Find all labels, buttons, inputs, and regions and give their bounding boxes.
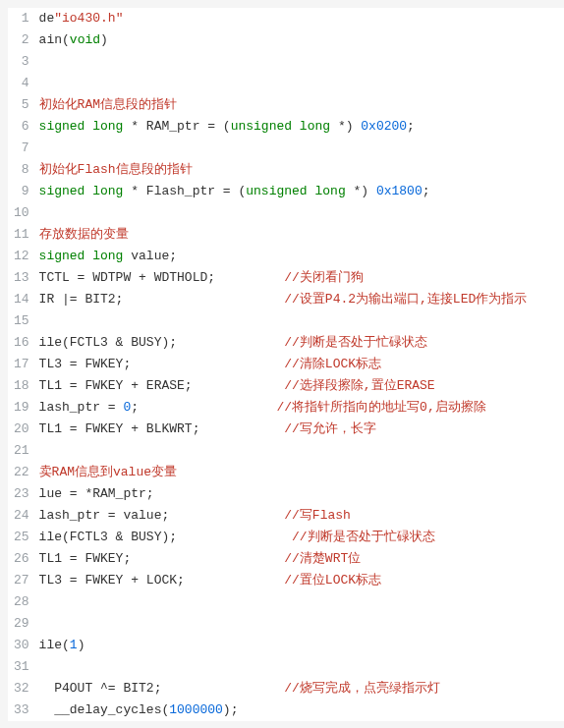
code-line: TL1 = FWKEY + BLKWRT; //写允许，长字 <box>39 419 564 440</box>
token-plain: ain( <box>39 32 70 47</box>
token-kw: unsigned long <box>246 184 345 198</box>
code-line: ile(FCTL3 & BUSY); //判断是否处于忙碌状态 <box>39 332 564 354</box>
token-num: 0x1800 <box>376 184 423 198</box>
line-number: 10 <box>14 202 29 224</box>
line-number: 30 <box>14 635 29 656</box>
code-line: lash_ptr = value; //写Flash <box>39 505 564 527</box>
token-com: //选择段擦除,置位ERASE <box>284 378 434 393</box>
line-number: 13 <box>14 267 29 289</box>
token-plain: ; <box>423 184 430 198</box>
code-line: ile(FCTL3 & BUSY); //判断是否处于忙碌状态 <box>39 527 564 548</box>
line-number: 15 <box>14 310 29 332</box>
line-number: 29 <box>14 613 29 635</box>
line-number: 1 <box>14 8 29 29</box>
code-line <box>39 656 564 678</box>
line-number: 14 <box>14 289 29 310</box>
token-plain: TL1 = FWKEY; <box>39 551 285 566</box>
line-number: 20 <box>14 419 29 440</box>
token-kw: unsigned long <box>231 119 330 134</box>
line-number: 27 <box>14 570 29 591</box>
token-plain: TL3 = FWKEY; <box>39 357 285 371</box>
line-number: 17 <box>14 354 29 375</box>
code-line <box>39 73 564 94</box>
token-plain: * Flash_ptr = ( <box>123 184 246 198</box>
token-plain: ile(FCTL3 & BUSY); <box>39 530 292 544</box>
line-number: 11 <box>14 224 29 246</box>
token-com: 初始化RAM信息段的指针 <box>39 97 177 112</box>
code-line: lash_ptr = 0; //将指针所指向的地址写0,启动擦除 <box>39 397 564 419</box>
code-line <box>39 51 564 73</box>
code-line: TL1 = FWKEY; //清楚WRT位 <box>39 548 564 570</box>
token-plain: __delay_cycles( <box>39 702 170 717</box>
token-plain: ile( <box>39 638 70 652</box>
line-number: 16 <box>14 332 29 354</box>
line-number: 19 <box>14 397 29 419</box>
token-com: //清除LOCK标志 <box>284 357 381 371</box>
token-plain: TCTL = WDTPW + WDTHOLD; <box>39 270 285 285</box>
token-plain: TL1 = FWKEY + ERASE; <box>39 378 285 393</box>
line-number: 23 <box>14 483 29 505</box>
line-number: 33 <box>14 700 29 721</box>
code-line: de"io430.h" <box>39 8 564 29</box>
code-line <box>39 310 564 332</box>
token-num: 1000000 <box>169 702 223 717</box>
line-number: 18 <box>14 375 29 397</box>
line-number: 26 <box>14 548 29 570</box>
line-number: 21 <box>14 440 29 462</box>
token-plain: lue = *RAM_ptr; <box>39 486 154 501</box>
token-com: 初始化Flash信息段的指针 <box>39 162 193 177</box>
line-number: 6 <box>14 116 29 138</box>
token-com: //置位LOCK标志 <box>284 573 381 588</box>
token-plain: * RAM_ptr = ( <box>123 119 230 134</box>
code-line <box>39 591 564 613</box>
token-plain: ; <box>131 400 276 415</box>
token-com: //写允许，长字 <box>284 421 376 436</box>
code-line: ain(void) <box>39 29 564 51</box>
code-line: IR |= BIT2; //设置P4.2为输出端口,连接LED作为指示 <box>39 289 564 310</box>
line-number: 3 <box>14 51 29 73</box>
line-number: 8 <box>14 159 29 181</box>
token-plain: value; <box>123 249 177 263</box>
code-editor: 1234567891011121314151617181920212223242… <box>8 8 564 721</box>
token-plain: lash_ptr = value; <box>39 508 285 523</box>
line-number: 24 <box>14 505 29 527</box>
token-num: 0x0200 <box>361 119 407 134</box>
line-number: 22 <box>14 462 29 483</box>
line-number: 12 <box>14 246 29 267</box>
token-plain: lash_ptr = <box>39 400 124 415</box>
code-line: __delay_cycles(1000000); <box>39 700 564 721</box>
token-kw: signed long <box>39 249 124 263</box>
code-line: TL3 = FWKEY + LOCK; //置位LOCK标志 <box>39 570 564 591</box>
line-number: 9 <box>14 181 29 202</box>
token-plain: IR |= BIT2; <box>39 292 285 307</box>
line-number: 32 <box>14 678 29 700</box>
token-kw: signed long <box>39 184 124 198</box>
line-number: 2 <box>14 29 29 51</box>
token-str: "io430.h" <box>54 11 123 26</box>
code-line <box>39 613 564 635</box>
token-com: 卖RAM信息到value变量 <box>39 465 177 479</box>
code-line: lue = *RAM_ptr; <box>39 483 564 505</box>
code-line: TL1 = FWKEY + ERASE; //选择段擦除,置位ERASE <box>39 375 564 397</box>
token-plain: *) <box>330 119 361 134</box>
code-line: signed long * Flash_ptr = (unsigned long… <box>39 181 564 202</box>
token-com: //判断是否处于忙碌状态 <box>284 335 427 350</box>
line-number: 5 <box>14 94 29 116</box>
code-line: signed long * RAM_ptr = (unsigned long *… <box>39 116 564 138</box>
line-number: 25 <box>14 527 29 548</box>
code-line <box>39 202 564 224</box>
code-line: signed long value; <box>39 246 564 267</box>
token-plain: ); <box>223 702 239 717</box>
token-plain: P4OUT ^= BIT2; <box>39 681 285 696</box>
token-plain: de <box>39 11 55 26</box>
line-number: 7 <box>14 138 29 159</box>
code-line: TCTL = WDTPW + WDTHOLD; //关闭看门狗 <box>39 267 564 289</box>
token-com: //烧写完成，点亮绿指示灯 <box>284 681 440 696</box>
token-com: //清楚WRT位 <box>284 551 361 566</box>
code-line: TL3 = FWKEY; //清除LOCK标志 <box>39 354 564 375</box>
line-number: 4 <box>14 73 29 94</box>
code-line: 卖RAM信息到value变量 <box>39 462 564 483</box>
line-number-gutter: 1234567891011121314151617181920212223242… <box>8 8 39 721</box>
code-line: 存放数据的变量 <box>39 224 564 246</box>
token-plain: ; <box>407 119 415 134</box>
